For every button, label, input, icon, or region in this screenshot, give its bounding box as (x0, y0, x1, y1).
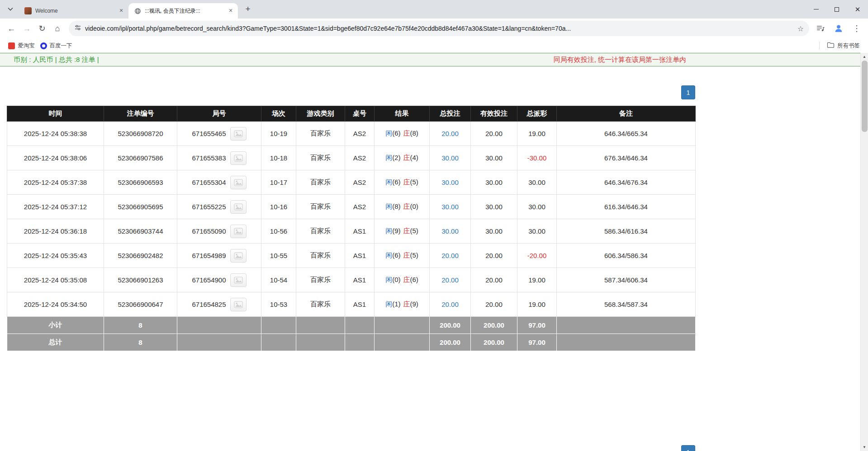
cell-remark: 676.34/646.34 (557, 146, 696, 170)
round-number: 671654825 (192, 301, 226, 308)
cell-valid-bet: 20.00 (471, 268, 517, 292)
video-replay-button[interactable] (230, 200, 247, 214)
site-settings-icon[interactable] (74, 24, 81, 33)
records-section: 1 时间 注单编号 局号 场次 游戏类别 桌号 结果 总投注 有效投注 (0, 85, 695, 351)
cell-time: 2025-12-24 05:35:43 (7, 244, 104, 268)
cell-round: 671655090 (177, 219, 261, 244)
all-bookmarks-button[interactable]: 所有书签 (824, 40, 863, 51)
bookmark-star-icon[interactable]: ☆ (797, 24, 804, 33)
cell-total-bet: 30.00 (430, 219, 471, 244)
total-bet-link[interactable]: 20.00 (441, 276, 459, 284)
cell-session: 10-17 (261, 170, 296, 195)
cell-remark: 616.34/646.34 (557, 195, 696, 219)
window-controls: ✕ (806, 0, 868, 19)
browser-menu-icon[interactable]: ⋮ (849, 21, 864, 36)
tab-bet-records[interactable]: :::视讯, 会员下注纪录::: × (128, 3, 238, 19)
tab-search-chevron-icon[interactable] (4, 2, 17, 16)
close-button[interactable]: ✕ (847, 0, 868, 19)
total-bet-link[interactable]: 30.00 (441, 179, 459, 186)
cell-result: 闲(1)庄(9) (375, 292, 430, 317)
cell-time: 2025-12-24 05:35:08 (7, 268, 104, 292)
video-replay-button[interactable] (230, 273, 247, 287)
cell-remark: 586.34/616.34 (557, 219, 696, 244)
subtotal-payout: 97.00 (517, 317, 557, 334)
back-icon[interactable]: ← (4, 21, 19, 36)
total-bet-link[interactable]: 30.00 (441, 203, 459, 211)
cell-round: 671654825 (177, 292, 261, 317)
total-bet-link[interactable]: 20.00 (441, 252, 459, 259)
maximize-button[interactable] (826, 0, 847, 19)
bookmark-baidu[interactable]: 百度一下 (38, 40, 75, 51)
cell-remark: 587.34/606.34 (557, 268, 696, 292)
cell-result: 闲(2)庄(4) (375, 146, 430, 170)
url-text[interactable]: videoie.com/ipl/portal.php/game/betrecor… (85, 25, 794, 32)
table-row: 2025-12-24 05:34:50 523066900647 6716548… (7, 292, 696, 317)
refresh-icon[interactable]: ↻ (34, 21, 50, 36)
page-scrollbar[interactable]: ▲ ▼ (860, 53, 868, 451)
bookmark-aitaobao[interactable]: 爱淘宝 (5, 40, 38, 51)
cell-game-type: 百家乐 (296, 146, 345, 170)
cell-round: 671655383 (177, 146, 261, 170)
cell-time: 2025-12-24 05:36:18 (7, 219, 104, 244)
cell-result: 闲(0)庄(6) (375, 268, 430, 292)
address-bar[interactable]: videoie.com/ipl/portal.php/game/betrecor… (69, 21, 809, 36)
minimize-icon (814, 9, 819, 9)
forward-icon[interactable]: → (19, 21, 34, 36)
cell-game-type: 百家乐 (296, 268, 345, 292)
new-tab-button[interactable]: + (242, 3, 254, 15)
tab-close-icon[interactable]: × (118, 7, 125, 14)
cell-payout: 19.00 (517, 292, 557, 317)
subtotal-label: 小计 (7, 317, 104, 334)
cell-round: 671654989 (177, 244, 261, 268)
pagination-page-1-button[interactable]: 1 (681, 85, 695, 99)
video-replay-button[interactable] (230, 127, 247, 141)
scrollbar-thumb[interactable] (862, 61, 868, 132)
cell-valid-bet: 30.00 (471, 195, 517, 219)
home-icon[interactable]: ⌂ (50, 21, 65, 36)
minimize-button[interactable] (806, 0, 826, 19)
video-replay-button[interactable] (230, 298, 247, 311)
scrollbar-down-arrow[interactable]: ▼ (861, 443, 868, 451)
profile-avatar[interactable] (831, 21, 846, 36)
total-bet-link[interactable]: 30.00 (441, 227, 459, 235)
cell-payout: 30.00 (517, 170, 557, 195)
total-bet-link[interactable]: 30.00 (441, 154, 459, 162)
cell-bet-no: 523066907586 (104, 146, 177, 170)
cell-bet-no: 523066906593 (104, 170, 177, 195)
total-row: 总计 8 200.00 200.00 97.00 (7, 334, 696, 351)
total-bet-link[interactable]: 20.00 (441, 301, 459, 308)
cell-remark: 646.34/665.34 (557, 122, 696, 146)
total-payout: 97.00 (517, 334, 557, 351)
scrollbar-up-arrow[interactable]: ▲ (861, 53, 868, 61)
tab-title: :::视讯, 会员下注纪录::: (145, 7, 223, 15)
result-player: 闲 (385, 300, 392, 308)
col-header-remark: 备注 (557, 106, 696, 122)
cell-game-type: 百家乐 (296, 219, 345, 244)
cell-result: 闲(9)庄(5) (375, 219, 430, 244)
cell-valid-bet: 20.00 (471, 244, 517, 268)
table-row: 2025-12-24 05:36:18 523066903744 6716550… (7, 219, 696, 244)
pagination-top: 1 (0, 85, 695, 99)
video-replay-button[interactable] (230, 151, 247, 165)
tab-welcome[interactable]: Welcome × (19, 3, 128, 19)
pagination-bottom-partial-button[interactable]: 1 (681, 445, 695, 451)
col-header-payout: 总派彩 (517, 106, 557, 122)
cell-payout: 19.00 (517, 268, 557, 292)
cell-game-type: 百家乐 (296, 170, 345, 195)
result-player: 闲 (385, 178, 392, 186)
video-replay-button[interactable] (230, 225, 247, 238)
toolbar-right: ⋮ (813, 21, 864, 36)
video-replay-button[interactable] (230, 249, 247, 263)
bet-records-table: 时间 注单编号 局号 场次 游戏类别 桌号 结果 总投注 有效投注 总派彩 备注… (7, 106, 696, 351)
col-header-result: 结果 (375, 106, 430, 122)
result-player: 闲 (385, 154, 392, 161)
tab-close-icon[interactable]: × (227, 7, 234, 14)
cell-table-no: AS1 (345, 292, 375, 317)
video-replay-button[interactable] (230, 176, 247, 189)
media-controls-icon[interactable] (813, 21, 828, 36)
cell-session: 10-56 (261, 219, 296, 244)
cell-table-no: AS1 (345, 244, 375, 268)
total-bet-link[interactable]: 20.00 (441, 130, 459, 137)
col-header-round: 局号 (177, 106, 261, 122)
tab-title: Welcome (35, 8, 114, 14)
